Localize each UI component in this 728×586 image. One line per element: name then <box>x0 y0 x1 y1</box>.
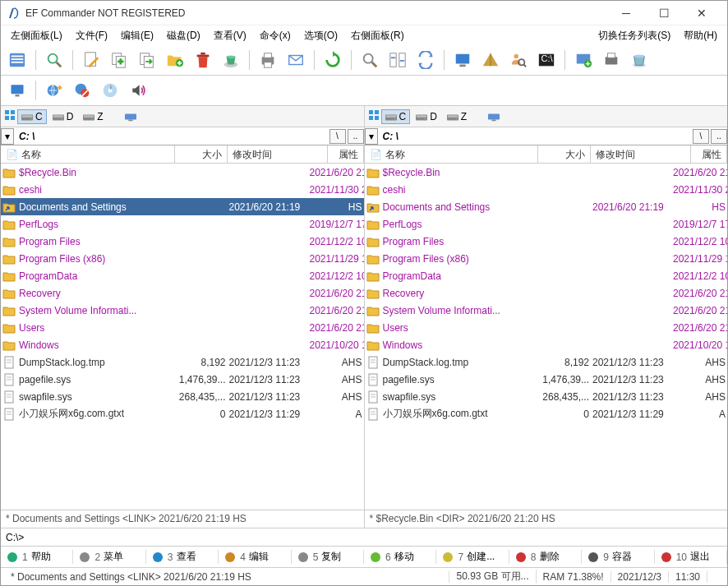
fkey-button[interactable]: 2 菜单 <box>73 550 145 564</box>
file-row[interactable]: pagefile.sys1,476,39...2021/12/3 11:23AH… <box>365 371 728 388</box>
file-row[interactable]: ceshi2021/11/30 22:17 <box>365 181 728 198</box>
menu-item[interactable]: 左侧面板(L) <box>4 28 69 43</box>
drive-button[interactable]: D <box>48 109 78 124</box>
right-path-dropdown[interactable]: ▾ <box>365 128 378 145</box>
recycle-icon[interactable] <box>219 48 242 72</box>
sync-icon[interactable] <box>414 48 437 72</box>
list-view-icon[interactable] <box>6 48 29 72</box>
file-row[interactable]: Documents and Settings2021/6/20 21:19HS <box>1 198 364 215</box>
col-attr[interactable]: 属性 <box>328 145 364 163</box>
file-row[interactable]: $Recycle.Bin2021/6/20 21:20HS <box>1 164 364 181</box>
file-row[interactable]: Program Files (x86)2021/11/29 11:02R <box>365 250 728 267</box>
file-row[interactable]: Program Files2021/12/2 10:26R <box>1 233 364 250</box>
mail-icon[interactable] <box>284 48 307 72</box>
disc-icon[interactable] <box>99 79 122 102</box>
minimize-button[interactable]: ─ <box>607 1 645 25</box>
menu-item[interactable]: 编辑(E) <box>114 28 160 43</box>
col-date[interactable]: 修改时间 <box>228 145 328 163</box>
file-row[interactable]: 小刀娱乐网x6g.com.gtxt02021/12/3 11:29A <box>1 405 364 422</box>
right-path[interactable]: C: \ <box>380 131 692 142</box>
right-up-button[interactable]: .. <box>711 129 727 144</box>
find-user-icon[interactable] <box>507 48 530 72</box>
left-path[interactable]: C: \ <box>16 131 328 142</box>
file-row[interactable]: DumpStack.log.tmp8,1922021/12/3 11:23AHS <box>365 353 728 371</box>
fkey-button[interactable]: 9 容器 <box>582 550 654 564</box>
maximize-button[interactable]: ☐ <box>645 1 683 25</box>
drive-button[interactable]: C <box>17 109 47 124</box>
right-filelist[interactable]: $Recycle.Bin2021/6/20 21:20HSceshi2021/1… <box>365 164 728 510</box>
printer2-icon[interactable] <box>600 48 623 72</box>
file-row[interactable]: System Volume Informati...2021/6/20 21:2… <box>365 302 728 319</box>
file-row[interactable]: ProgramData2021/12/2 10:25H <box>365 267 728 284</box>
menu-item[interactable]: 帮助(H) <box>677 28 724 43</box>
drive-button[interactable]: Z <box>443 109 471 124</box>
file-row[interactable]: ProgramData2021/12/2 10:25H <box>1 267 364 284</box>
fkey-button[interactable]: 8 删除 <box>509 550 582 564</box>
new-folder-icon[interactable] <box>164 48 187 72</box>
file-row[interactable]: Program Files2021/12/2 10:26R <box>365 233 728 250</box>
col-attr[interactable]: 属性 <box>691 145 727 163</box>
menu-item[interactable]: 切换任务列表(S) <box>592 28 677 43</box>
print-icon[interactable] <box>256 48 279 72</box>
menu-item[interactable]: 查看(V) <box>207 28 253 43</box>
right-root-button[interactable]: \ <box>693 129 709 144</box>
move-icon[interactable] <box>136 48 159 72</box>
file-row[interactable]: Documents and Settings2021/6/20 21:19HS <box>365 198 728 215</box>
file-row[interactable]: pagefile.sys1,476,39...2021/12/3 11:23AH… <box>1 371 364 388</box>
edit-icon[interactable] <box>80 48 103 72</box>
fkey-button[interactable]: 5 复制 <box>292 550 364 564</box>
menu-item[interactable]: 文件(F) <box>69 28 114 43</box>
menu-item[interactable]: 磁盘(D) <box>160 28 207 43</box>
file-row[interactable]: ceshi2021/11/30 22:17 <box>1 181 364 198</box>
fkey-button[interactable]: 3 查看 <box>146 550 219 564</box>
find-icon[interactable] <box>358 48 381 72</box>
sound-icon[interactable] <box>127 79 150 102</box>
fkey-button[interactable]: 7 创建... <box>436 550 509 564</box>
screen-icon[interactable] <box>451 48 474 72</box>
fkey-button[interactable]: 4 编辑 <box>219 550 291 564</box>
col-size[interactable]: 大小 <box>175 145 228 163</box>
monitor-icon[interactable] <box>6 79 29 102</box>
drive-button[interactable]: Z <box>79 109 107 124</box>
terminal-icon[interactable]: C:\ <box>535 48 558 72</box>
file-row[interactable]: Users2021/6/20 21:20R <box>1 319 364 336</box>
fkey-button[interactable]: 1 帮助 <box>1 550 73 564</box>
menu-item[interactable]: 右侧面板(R) <box>344 28 411 43</box>
file-row[interactable]: Users2021/6/20 21:20R <box>365 319 728 336</box>
refresh-icon[interactable] <box>321 48 344 72</box>
menu-item[interactable]: 选项(O) <box>297 28 344 43</box>
menu-item[interactable]: 命令(x) <box>253 28 297 43</box>
file-row[interactable]: DumpStack.log.tmp8,1922021/12/3 11:23AHS <box>1 353 364 371</box>
close-button[interactable]: ✕ <box>683 1 721 25</box>
file-row[interactable]: Windows2021/10/20 10:26 <box>365 336 728 353</box>
trash-icon[interactable] <box>628 48 651 72</box>
file-row[interactable]: System Volume Informati...2021/6/20 21:2… <box>1 302 364 319</box>
col-date[interactable]: 修改时间 <box>591 145 691 163</box>
file-row[interactable]: 小刀娱乐网x6g.com.gtxt02021/12/3 11:29A <box>365 405 728 422</box>
fkey-button[interactable]: 6 移动 <box>364 550 436 564</box>
globe-block-icon[interactable] <box>71 79 94 102</box>
left-filelist[interactable]: $Recycle.Bin2021/6/20 21:20HSceshi2021/1… <box>1 164 364 510</box>
settings-icon[interactable] <box>572 48 595 72</box>
col-name[interactable]: 📄名称 <box>365 145 539 163</box>
file-row[interactable]: PerfLogs2019/12/7 17:14 <box>365 215 728 233</box>
fkey-button[interactable]: 10 退出 <box>655 550 727 564</box>
file-row[interactable]: Recovery2021/6/20 21:19HS <box>1 284 364 302</box>
file-row[interactable]: PerfLogs2019/12/7 17:14 <box>1 215 364 233</box>
file-row[interactable]: $Recycle.Bin2021/6/20 21:20HS <box>365 164 728 181</box>
left-root-button[interactable]: \ <box>329 129 346 144</box>
drive-button[interactable]: D <box>412 109 441 124</box>
file-row[interactable]: swapfile.sys268,435,...2021/12/3 11:23AH… <box>1 388 364 405</box>
pyramid-icon[interactable] <box>479 48 502 72</box>
search-icon[interactable] <box>43 48 66 72</box>
col-name[interactable]: 📄名称 <box>1 145 175 163</box>
network-drive-icon[interactable] <box>121 110 141 123</box>
command-line[interactable]: C:\> <box>1 528 727 546</box>
copy-icon[interactable] <box>108 48 131 72</box>
file-row[interactable]: Program Files (x86)2021/11/29 11:02R <box>1 250 364 267</box>
left-up-button[interactable]: .. <box>348 129 364 144</box>
drive-button[interactable]: C <box>381 109 411 124</box>
delete-icon[interactable] <box>191 48 214 72</box>
globe-arrow-icon[interactable] <box>43 79 66 102</box>
left-path-dropdown[interactable]: ▾ <box>1 128 14 145</box>
